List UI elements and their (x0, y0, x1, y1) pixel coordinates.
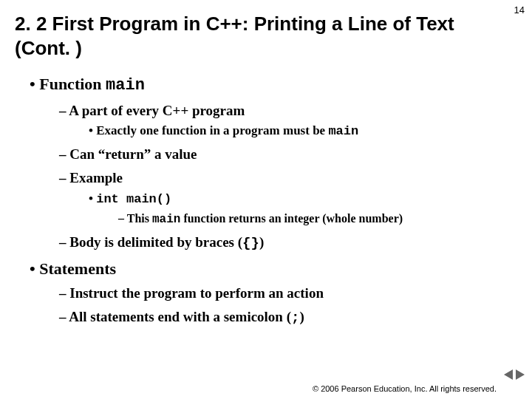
bullet-semicolon: All statements end with a semicolon (;) (59, 307, 532, 328)
text: Exactly one function in a program must b… (96, 123, 328, 137)
code-main: main (328, 124, 358, 138)
code-int-main: int main() (96, 192, 171, 206)
next-slide-icon[interactable] (516, 369, 525, 380)
bullet-int-main: int main() (89, 191, 532, 208)
bullet-function-main: Function main (30, 73, 532, 97)
bullet-part-of-every: A part of every C++ program (59, 101, 532, 120)
slide-title: 2. 2 First Program in C++: Printing a Li… (15, 12, 480, 60)
code-main: main (106, 76, 145, 95)
bullet-instruct: Instruct the program to perform an actio… (59, 284, 532, 303)
text: Body is delimited by braces ( (69, 234, 242, 250)
text: function returns an integer (whole numbe… (180, 212, 403, 225)
page-number: 14 (514, 4, 525, 16)
bullet-exactly-one: Exactly one function in a program must b… (89, 123, 532, 140)
bullet-body-braces: Body is delimited by braces ({}) (59, 233, 532, 253)
copyright-footer: © 2006 Pearson Education, Inc. All right… (313, 384, 497, 393)
text: This (127, 212, 152, 225)
code-main: main (152, 213, 180, 226)
nav-arrows (504, 369, 525, 380)
code-semicolon: ; (291, 310, 299, 326)
slide-content: Function main A part of every C++ progra… (15, 73, 532, 328)
bullet-can-return: Can “return” a value (59, 145, 532, 164)
text: ) (259, 234, 264, 250)
code-braces: {} (242, 235, 259, 251)
text: ) (299, 309, 304, 324)
bullet-statements: Statements (30, 258, 532, 280)
bullet-example: Example (59, 168, 532, 188)
text: Function (39, 75, 106, 93)
bullet-returns-integer: This main function returns an integer (w… (118, 211, 532, 228)
text: All statements end with a semicolon ( (69, 309, 291, 324)
prev-slide-icon[interactable] (504, 369, 513, 380)
